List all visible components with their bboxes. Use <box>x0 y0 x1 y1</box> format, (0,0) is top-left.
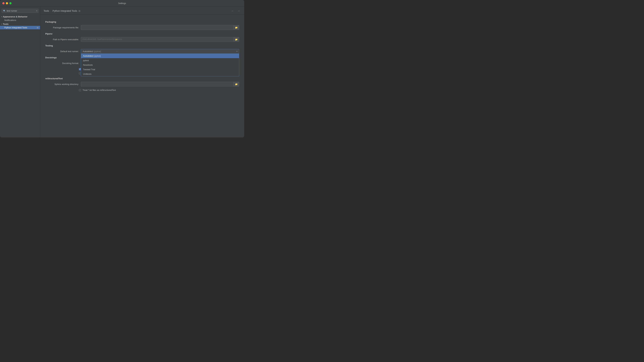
dropdown-option-twisted-trial[interactable]: Twisted Trial <box>81 67 239 72</box>
sidebar-item-notifications-label: Notifications <box>4 19 16 21</box>
sidebar-group-appearance[interactable]: ▾ Appearance & Behavior <box>0 14 40 18</box>
test-runner-label: Default test runner: <box>45 50 79 53</box>
dropdown-option-nosetests[interactable]: Nosetests <box>81 63 239 67</box>
sphinx-dir-row: Sphinx working directory: 📁 <box>45 82 239 86</box>
back-button[interactable]: ← <box>231 9 235 13</box>
test-runner-dropdown[interactable]: Autodetect (pytest) <box>81 49 239 54</box>
option-autodetect-muted: (pytest) <box>94 55 101 57</box>
forward-button[interactable]: → <box>237 9 241 13</box>
package-requirements-input[interactable] <box>81 25 234 30</box>
content-header: Tools › Python Integrated Tools ▤ ← → <box>40 7 244 14</box>
pipenv-path-label: Path to Pipenv executable: <box>45 38 79 41</box>
test-runner-value-muted: (pytest) <box>94 50 101 53</box>
titlebar: Settings <box>0 0 244 7</box>
test-runner-dropdown-wrap: Autodetect (pytest) ▼ Autodetect (pytest… <box>81 49 239 54</box>
content-body: Packaging Package requirements file: 📁 P <box>40 14 244 137</box>
close-button[interactable] <box>2 2 4 4</box>
search-input[interactable] <box>7 9 35 12</box>
breadcrumb-current: Python Integrated Tools <box>52 9 77 12</box>
window-title: Settings <box>118 2 126 4</box>
package-requirements-row: Package requirements file: 📁 <box>45 25 239 30</box>
search-icon: 🔍 <box>3 10 6 12</box>
dropdown-option-pytest[interactable]: pytest <box>81 58 239 63</box>
search-clear-button[interactable]: ✕ <box>36 10 38 12</box>
treat-txt-checkbox[interactable] <box>79 89 81 91</box>
packaging-title: Packaging <box>45 21 239 23</box>
sidebar-group-tools[interactable]: ▾ Tools <box>0 22 40 26</box>
minimize-button[interactable] <box>6 2 8 4</box>
sidebar-item-icon: ▤ <box>37 26 38 29</box>
sidebar-item-notifications[interactable]: Notifications <box>0 18 40 22</box>
packaging-section: Packaging Package requirements file: 📁 <box>45 21 239 30</box>
testing-title: Testing <box>45 44 239 47</box>
sidebar-group-tools-label: Tools <box>3 23 8 25</box>
package-requirements-input-wrap: 📁 <box>81 25 239 30</box>
sphinx-dir-input-wrap: 📁 <box>81 82 239 86</box>
dropdown-option-autodetect[interactable]: Autodetect (pytest) <box>81 54 239 58</box>
test-runner-value: Autodetect <box>83 50 93 53</box>
restructuredtext-section: reStructuredText Sphinx working director… <box>45 77 239 91</box>
pipenv-title: Pipenv <box>45 32 239 35</box>
option-twisted-trial-label: Twisted Trial <box>83 68 95 71</box>
pipenv-section: Pipenv Path to Pipenv executable: Auto-d… <box>45 32 239 42</box>
chevron-down-icon-tools: ▾ <box>1 23 2 25</box>
pipenv-path-input-wrap: Auto-detected: /opt/homebrew/bin/pipenv … <box>81 37 239 42</box>
sidebar-item-python-tools-label: Python Integrated Tools <box>4 26 27 29</box>
package-requirements-browse-button[interactable]: 📁 <box>234 25 239 30</box>
test-runner-dropdown-menu: Autodetect (pytest) pytest Nosetests <box>81 54 239 76</box>
breadcrumb: Tools › Python Integrated Tools ▤ <box>44 9 80 12</box>
folder-icon-sphinx: 📁 <box>235 83 238 85</box>
treat-txt-label: Treat *.txt files as reStructuredText <box>82 89 116 91</box>
folder-icon: 📁 <box>235 26 238 29</box>
breadcrumb-parent: Tools <box>44 9 49 12</box>
search-bar[interactable]: 🔍 ✕ <box>2 9 38 13</box>
option-nosetests-label: Nosetests <box>83 64 93 66</box>
chevron-down-icon: ▾ <box>1 16 2 17</box>
sidebar-item-python-integrated-tools[interactable]: Python Integrated Tools ▤ <box>0 26 40 29</box>
sidebar-group-appearance-label: Appearance & Behavior <box>3 15 28 18</box>
dropdown-option-unittests[interactable]: Unittests <box>81 72 239 76</box>
option-autodetect-label: Autodetect <box>83 55 94 57</box>
option-unittests-label: Unittests <box>83 73 92 75</box>
docstring-format-label: Docstring format: <box>45 62 79 64</box>
header-navigation: ← → <box>231 9 241 13</box>
sphinx-browse-button[interactable]: 📁 <box>234 82 239 86</box>
test-runner-row: Default test runner: Autodetect (pytest)… <box>45 49 239 54</box>
folder-icon-pipenv: 📁 <box>235 38 238 41</box>
settings-window: Settings 🔍 ✕ ▾ Appearance & Behavior Not… <box>0 0 244 137</box>
pipenv-path-row: Path to Pipenv executable: Auto-detected… <box>45 37 239 42</box>
breadcrumb-icon: ▤ <box>78 10 80 12</box>
pipenv-browse-button[interactable]: 📁 <box>234 37 239 42</box>
option-pytest-label: pytest <box>83 59 89 62</box>
restructuredtext-title: reStructuredText <box>45 77 239 80</box>
testing-section: Testing Default test runner: Autodetect … <box>45 44 239 54</box>
package-requirements-label: Package requirements file: <box>45 26 79 29</box>
maximize-button[interactable] <box>10 2 12 4</box>
breadcrumb-separator: › <box>50 9 51 12</box>
sidebar: 🔍 ✕ ▾ Appearance & Behavior Notification… <box>0 7 40 137</box>
sphinx-dir-label: Sphinx working directory: <box>45 83 79 85</box>
pipenv-path-input[interactable]: Auto-detected: /opt/homebrew/bin/pipenv <box>81 37 234 42</box>
content-area: Tools › Python Integrated Tools ▤ ← → Pa… <box>40 7 244 137</box>
main-layout: 🔍 ✕ ▾ Appearance & Behavior Notification… <box>0 7 244 137</box>
window-controls <box>2 2 12 4</box>
treat-txt-row: Treat *.txt files as reStructuredText <box>45 89 239 91</box>
sphinx-dir-input[interactable] <box>81 82 234 86</box>
